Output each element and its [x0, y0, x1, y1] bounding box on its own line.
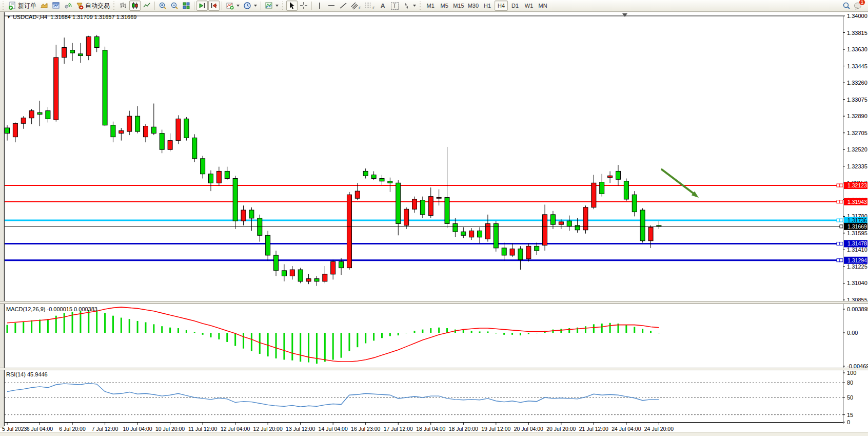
bar-chart-button[interactable] [117, 1, 129, 11]
timeframe-m1-button[interactable]: M1 [424, 1, 437, 11]
timeframe-mn-button[interactable]: MN [536, 1, 549, 11]
candle-down [111, 125, 115, 137]
notifications-button[interactable]: 1 [852, 1, 864, 11]
candle-down [550, 215, 555, 224]
zoom-in-button[interactable] [157, 1, 168, 11]
channel-letter: E [359, 6, 361, 10]
candle-up [54, 58, 58, 120]
macd-histogram-bar [129, 319, 130, 333]
zoom-out-button[interactable] [169, 1, 180, 11]
channel-icon [351, 2, 359, 10]
candle-down [339, 261, 344, 268]
horizontal-line-tool-button[interactable] [326, 1, 337, 11]
chart-shift-marker[interactable] [622, 13, 627, 17]
macd-histogram-bar [291, 333, 293, 361]
market-watch-button[interactable] [38, 1, 50, 11]
tile-windows-button[interactable] [181, 1, 192, 11]
price-chart-canvas[interactable]: 1.340001.338151.336301.334451.332601.330… [0, 12, 868, 436]
text-label-tool-button[interactable]: T [389, 1, 400, 11]
price-tag-handle[interactable] [840, 200, 843, 203]
toolbar-separator [222, 2, 222, 10]
price-axis-label: 1.32705 [847, 130, 867, 136]
macd-histogram-bar [202, 333, 204, 335]
periods-button[interactable] [242, 1, 259, 11]
price-tag-handle[interactable] [840, 225, 843, 228]
chart-header: ▼USDCAD-,H41.31684 1.31709 1.31657 1.316… [7, 14, 136, 20]
arrows-tool-button[interactable] [401, 1, 418, 11]
macd-histogram-bar [471, 331, 472, 333]
candle-down [396, 183, 401, 223]
ohlc-close: 1.31669 [116, 14, 137, 20]
price-tag-handle[interactable] [840, 259, 843, 262]
macd-histogram-bar [585, 326, 586, 333]
macd-histogram-bar [528, 333, 529, 334]
signals-button[interactable] [62, 1, 73, 11]
zoom-out-icon [170, 2, 179, 10]
timeframe-h1-button[interactable]: H1 [481, 1, 494, 11]
cursor-button[interactable] [286, 1, 298, 11]
macd-histogram-bar [365, 333, 366, 343]
time-axis-label: 12 Jul 04:00 [221, 426, 250, 432]
line-handle[interactable] [837, 184, 840, 187]
timeframe-w1-button[interactable]: W1 [522, 1, 536, 11]
candle-down [624, 181, 628, 199]
candle-up [608, 176, 613, 178]
search-button[interactable] [841, 1, 852, 11]
equidistant-channel-tool-button[interactable]: E [349, 1, 363, 11]
macd-histogram-bar [511, 333, 513, 335]
time-axis[interactable]: 5 Jul 20236 Jul 04:006 Jul 20:007 Jul 12… [2, 423, 674, 432]
macd-histogram-bar [194, 332, 195, 333]
vertical-line-tool-button[interactable] [314, 1, 325, 11]
macd-histogram-bar [357, 333, 358, 347]
candle-down [135, 116, 140, 131]
candle-down [371, 175, 376, 178]
price-tag-handle[interactable] [840, 184, 843, 187]
macd-histogram-bar [560, 329, 562, 333]
macd-histogram-bar [80, 311, 81, 333]
timeframe-m30-button[interactable]: M30 [466, 1, 480, 11]
window-edge [0, 12, 4, 428]
new-order-button[interactable]: 新订单 [7, 1, 38, 11]
arrow-annotation[interactable] [662, 169, 699, 198]
time-axis-label: 18 Jul 20:00 [449, 426, 478, 432]
timeframe-m5-button[interactable]: M5 [438, 1, 451, 11]
timeframe-d1-button[interactable]: D1 [508, 1, 522, 11]
line-handle[interactable] [837, 242, 840, 245]
macd-histogram-bar [234, 333, 236, 346]
line-handle[interactable] [837, 259, 840, 262]
fibonacci-tool-button[interactable]: F [363, 1, 377, 11]
trendline-tool-button[interactable] [338, 1, 349, 11]
symbol-dropdown-icon[interactable]: ▼ [7, 15, 11, 20]
line-chart-button[interactable] [141, 1, 152, 11]
price-axis-label: 1.32890 [847, 113, 867, 119]
price-tag-handle[interactable] [840, 242, 843, 245]
crosshair-button[interactable] [298, 1, 309, 11]
auto-scroll-icon [198, 2, 206, 10]
candle-down [632, 195, 637, 212]
candle-up [143, 126, 148, 137]
templates-icon [265, 2, 273, 10]
auto-scroll-button[interactable] [196, 1, 208, 11]
macd-indicator-label: MACD(12,26,9) -0.000015 0.000383 [6, 306, 97, 312]
macd-histogram-bar [96, 310, 97, 333]
text-tool-button[interactable]: A [377, 1, 388, 11]
chart-shift-button[interactable] [208, 1, 220, 11]
line-handle[interactable] [837, 219, 840, 222]
candle-down [461, 232, 466, 235]
price-axis-label: 1.33260 [847, 80, 867, 86]
macd-histogram-bar [218, 333, 220, 339]
autotrading-button[interactable]: 自动交易 [74, 1, 111, 11]
timeframe-h4-button[interactable]: H4 [495, 1, 508, 11]
macd-histogram-bar [14, 323, 16, 333]
data-window-button[interactable] [50, 1, 62, 11]
candlestick-chart-button[interactable] [129, 1, 141, 11]
price-axis-label: 1.33630 [847, 46, 867, 52]
indicators-button[interactable] [224, 1, 241, 11]
templates-button[interactable] [263, 1, 280, 11]
price-tag-handle[interactable] [840, 219, 843, 222]
price-axis-label: 1.32335 [847, 163, 867, 169]
time-axis-label: 12 Jul 20:00 [253, 426, 283, 432]
candle-down [184, 119, 189, 138]
line-handle[interactable] [837, 200, 840, 203]
timeframe-m15-button[interactable]: M15 [451, 1, 465, 11]
